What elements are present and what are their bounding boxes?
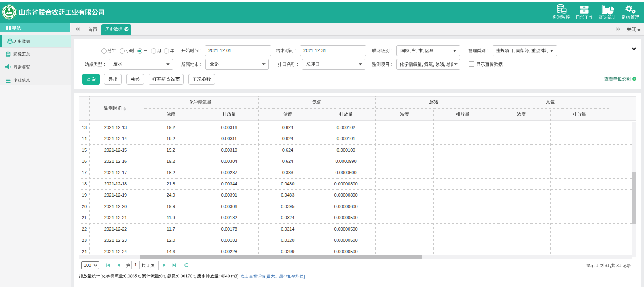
svg-text:MEE: MEE bbox=[7, 17, 11, 19]
svg-text:?: ? bbox=[633, 77, 635, 81]
